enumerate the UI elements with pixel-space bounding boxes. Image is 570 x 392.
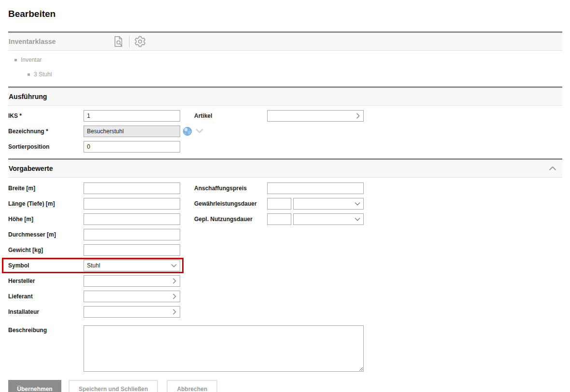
sortierposition-field-wrap xyxy=(84,141,180,153)
durchmesser-field-wrap xyxy=(84,229,180,240)
artikel-input[interactable] xyxy=(267,110,364,122)
inventarklasse-header: Inventarklasse xyxy=(8,31,562,51)
bezeichnung-label: Bezeichnung * xyxy=(8,128,84,135)
ausfuehrung-title: Ausführung xyxy=(8,93,47,100)
symbol-select[interactable]: Stuhl xyxy=(84,260,180,271)
uebernehmen-button[interactable]: Übernehmen xyxy=(8,380,61,392)
gear-icon[interactable] xyxy=(133,35,147,48)
gepl-nutzungsdauer-amount-input[interactable] xyxy=(267,213,291,225)
form-row-bezeichnung: Bezeichnung * xyxy=(8,126,562,137)
tree-item-inventar[interactable]: Inventar xyxy=(8,57,562,63)
bezeichnung-field-wrap xyxy=(84,126,180,137)
inventarklasse-title: Inventarklasse xyxy=(8,38,56,45)
iks-field-wrap xyxy=(84,110,180,122)
form-row-laenge: Länge (Tiefe) [m] Gewährleistungsdauer xyxy=(8,198,562,210)
toolbar-divider xyxy=(129,36,129,47)
footer-buttons: Übernehmen Speichern und Schließen Abbre… xyxy=(8,380,562,392)
symbol-field-wrap: Stuhl xyxy=(84,260,180,271)
page-title: Bearbeiten xyxy=(8,6,562,22)
vorgabewerte-header: Vorgabewerte xyxy=(8,158,562,178)
symbol-select-value: Stuhl xyxy=(87,262,100,269)
document-preview-icon[interactable] xyxy=(112,35,125,48)
form-row-gewicht: Gewicht [kg] xyxy=(8,244,562,256)
iks-label: IKS * xyxy=(8,112,84,119)
tree-item-label: 3 Stuhl xyxy=(34,71,52,78)
speichern-und-schliessen-button[interactable]: Speichern und Schließen xyxy=(69,380,158,392)
globe-icon[interactable] xyxy=(183,126,192,136)
artikel-field-wrap xyxy=(267,110,364,122)
tree-bullet-icon xyxy=(14,59,17,61)
hoehe-label: Höhe [m] xyxy=(8,216,84,223)
breite-label: Breite [m] xyxy=(8,185,84,192)
form-row-installateur: Installateur xyxy=(8,306,562,318)
tree-bullet-icon xyxy=(28,73,30,76)
anschaffungspreis-label: Anschaffungspreis xyxy=(194,185,267,192)
gewaehrleistungsdauer-amount-input[interactable] xyxy=(267,198,291,210)
artikel-label: Artikel xyxy=(194,112,267,119)
ausfuehrung-form: IKS * Artikel Bezeichnung * xyxy=(8,110,562,153)
form-row-lieferant: Lieferant xyxy=(8,291,562,302)
anschaffungspreis-field-wrap xyxy=(267,182,364,194)
ausfuehrung-header: Ausführung xyxy=(8,86,562,106)
form-row-symbol: Symbol Stuhl xyxy=(8,260,562,271)
breite-input[interactable] xyxy=(84,182,180,194)
tree-item-label: Inventar xyxy=(21,57,42,63)
gewaehrleistungsdauer-unit-select[interactable] xyxy=(293,198,364,210)
durchmesser-label: Durchmesser [m] xyxy=(8,231,84,238)
installateur-label: Installateur xyxy=(8,308,84,315)
sortierposition-label: Sortierposition xyxy=(8,143,84,150)
hersteller-input[interactable] xyxy=(84,275,180,287)
laenge-field-wrap xyxy=(84,198,180,210)
hersteller-label: Hersteller xyxy=(8,278,84,284)
form-row-sortierposition: Sortierposition xyxy=(8,141,562,153)
beschreibung-textarea[interactable] xyxy=(84,325,364,372)
chevron-down-icon xyxy=(354,200,361,208)
hersteller-field-wrap xyxy=(84,275,180,287)
bezeichnung-input[interactable] xyxy=(84,126,180,137)
abbrechen-button[interactable]: Abbrechen xyxy=(167,380,217,392)
hoehe-field-wrap xyxy=(84,213,180,225)
inventarklasse-tree: Inventar 3 Stuhl xyxy=(8,57,562,78)
gepl-nutzungsdauer-field-wrap xyxy=(267,213,364,225)
gepl-nutzungsdauer-label: Gepl. Nutzungsdauer xyxy=(194,216,267,223)
vorgabewerte-form: Breite [m] Anschaffungspreis Länge (Tief… xyxy=(8,182,562,372)
hoehe-input[interactable] xyxy=(84,213,180,225)
symbol-label: Symbol xyxy=(8,262,84,269)
form-row-durchmesser: Durchmesser [m] xyxy=(8,229,562,240)
beschreibung-label: Beschreibung xyxy=(8,325,84,334)
form-row-hersteller: Hersteller xyxy=(8,275,562,287)
tree-item-3-stuhl[interactable]: 3 Stuhl xyxy=(8,71,562,78)
form-row-breite: Breite [m] Anschaffungspreis xyxy=(8,182,562,194)
gewicht-label: Gewicht [kg] xyxy=(8,247,84,253)
lieferant-field-wrap xyxy=(84,291,180,302)
inventarklasse-toolbar xyxy=(112,35,147,48)
lieferant-input[interactable] xyxy=(84,291,180,302)
laenge-label: Länge (Tiefe) [m] xyxy=(8,200,84,207)
bezeichnung-icons xyxy=(183,126,204,136)
vorgabewerte-title: Vorgabewerte xyxy=(8,165,53,172)
breite-field-wrap xyxy=(84,182,180,194)
gewicht-input[interactable] xyxy=(84,244,180,256)
gewaehrleistungsdauer-label: Gewährleistungsdauer xyxy=(194,200,267,207)
form-row-hoehe: Höhe [m] Gepl. Nutzungsdauer xyxy=(8,213,562,225)
installateur-input[interactable] xyxy=(84,306,180,318)
installateur-field-wrap xyxy=(84,306,180,318)
iks-input[interactable] xyxy=(84,110,180,122)
anschaffungspreis-input[interactable] xyxy=(267,182,364,194)
durchmesser-input[interactable] xyxy=(84,229,180,240)
chevron-down-icon xyxy=(170,262,178,269)
form-row-beschreibung: Beschreibung xyxy=(8,325,562,372)
collapse-section-chevron-up-icon[interactable] xyxy=(547,163,558,174)
chevron-down-icon xyxy=(354,215,361,223)
edit-page: Bearbeiten Inventarklasse xyxy=(8,6,562,392)
lieferant-label: Lieferant xyxy=(8,293,84,300)
expand-translations-chevron-icon[interactable] xyxy=(195,128,204,135)
sortierposition-input[interactable] xyxy=(84,141,180,153)
form-row-iks: IKS * Artikel xyxy=(8,110,562,122)
gewicht-field-wrap xyxy=(84,244,180,256)
laenge-input[interactable] xyxy=(84,198,180,210)
gepl-nutzungsdauer-unit-select[interactable] xyxy=(293,213,364,225)
gewaehrleistungsdauer-field-wrap xyxy=(267,198,364,210)
